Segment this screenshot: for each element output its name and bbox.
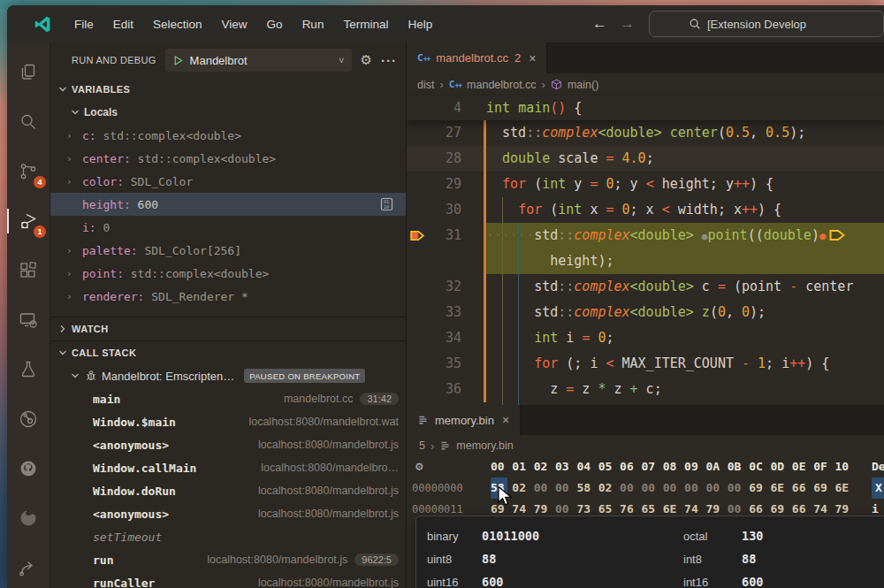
code-line[interactable]: 29 for (int y = 0; y < height; y++) {: [407, 172, 884, 197]
debug-config-name: Mandelbrot: [190, 54, 248, 67]
menu-help[interactable]: Help: [398, 14, 442, 34]
stack-frame-row[interactable]: Window.$mainlocalhost:8080/mandelbrot.wa…: [50, 410, 406, 433]
close-icon[interactable]: ×: [502, 413, 509, 427]
menu-run[interactable]: Run: [293, 14, 334, 34]
live-share-icon[interactable]: [7, 543, 50, 588]
chevron-down-icon: [70, 107, 80, 118]
hex-byte[interactable]: 58: [576, 477, 593, 499]
breadcrumb-5[interactable]: 5: [419, 439, 425, 452]
stack-frame-row[interactable]: <anonymous>localhost:8080/mandelbrot.js: [50, 502, 406, 525]
stack-frame-row[interactable]: mainmandelbrot.cc31:42: [50, 387, 406, 410]
gear-icon[interactable]: ⚙: [361, 52, 372, 68]
variable-row[interactable]: ›point: std::complex<double>: [50, 262, 406, 285]
extensions-icon[interactable]: [7, 246, 50, 295]
menu-file[interactable]: File: [65, 14, 103, 34]
hex-byte[interactable]: 00: [728, 477, 744, 499]
stack-frame-row[interactable]: Window.callMainlocalhost:8080/mandelbro…: [50, 456, 406, 479]
code-line[interactable]: 33 std::complex<double> z(0, 0);: [407, 300, 884, 325]
stack-frame-row[interactable]: setTimeout: [50, 525, 406, 548]
code-line[interactable]: 34 int i = 0;: [407, 325, 884, 351]
explorer-icon[interactable]: [7, 48, 50, 97]
hex-byte[interactable]: 6E: [835, 477, 852, 499]
hex-byte[interactable]: 00: [705, 477, 722, 499]
hex-byte[interactable]: 02: [598, 477, 615, 499]
section-call-stack[interactable]: CALL STACK: [50, 340, 406, 364]
menu-selection[interactable]: Selection: [143, 14, 212, 34]
scope-locals[interactable]: Locals: [50, 101, 406, 124]
hex-byte[interactable]: 00: [620, 477, 636, 499]
section-variables[interactable]: VARIABLES: [50, 78, 406, 101]
stack-frame-row[interactable]: <anonymous>localhost:8080/mandelbrot.js: [50, 433, 406, 456]
menu-view[interactable]: View: [212, 14, 257, 34]
hex-byte[interactable]: 00: [663, 477, 680, 499]
sticky-scroll-line[interactable]: 4 int main() {: [407, 95, 884, 120]
hex-byte[interactable]: 00: [555, 477, 572, 499]
edge-devtools-icon[interactable]: [7, 493, 50, 543]
variable-row[interactable]: ›renderer: SDL_Renderer *: [50, 285, 406, 308]
hex-data-row[interactable]: 00000000580200005802000000000000696E6669…: [407, 477, 884, 499]
more-actions-icon[interactable]: ···: [381, 53, 397, 68]
github-icon[interactable]: [7, 444, 50, 493]
run-debug-icon[interactable]: 1: [7, 196, 50, 246]
binary-view-icon[interactable]: 0110: [380, 197, 393, 214]
stack-frame-row[interactable]: runlocalhost:8080/mandelbrot.js9622:5: [50, 548, 406, 571]
menu-go[interactable]: Go: [257, 14, 293, 34]
menu-edit[interactable]: Edit: [103, 14, 143, 34]
variable-row[interactable]: ›palette: SDL_Color[256]: [50, 239, 406, 262]
code-line[interactable]: 32 std::complex<double> c = (point - cen…: [407, 274, 884, 300]
memory-tab-bar: memory.bin ×: [407, 405, 884, 435]
hex-byte[interactable]: 02: [512, 477, 529, 499]
variable-row[interactable]: ›color: SDL_Color: [50, 170, 406, 193]
breadcrumb-file[interactable]: memory.bin: [456, 439, 513, 452]
hex-byte[interactable]: 6E: [770, 477, 787, 499]
variable-row[interactable]: height: 6000110: [50, 193, 406, 216]
binary-file-icon: [439, 440, 451, 452]
search-text: [Extension Develop: [707, 18, 806, 31]
close-icon[interactable]: ×: [529, 51, 536, 65]
gear-icon[interactable]: ⚙: [415, 459, 423, 473]
search-sidebar-icon[interactable]: [7, 97, 50, 147]
back-arrow-icon[interactable]: ←: [592, 15, 607, 33]
hex-byte[interactable]: 66: [792, 477, 809, 499]
source-control-icon[interactable]: 4: [7, 147, 50, 196]
code-area[interactable]: 27 std::complex<double> center(0.5, 0.5)…: [407, 120, 884, 405]
source-control-badge: 4: [33, 175, 47, 189]
breadcrumb-dist[interactable]: dist: [417, 79, 434, 91]
hex-byte[interactable]: 00: [684, 477, 701, 499]
hex-byte[interactable]: 69: [813, 477, 830, 499]
references-graph-icon[interactable]: [7, 394, 50, 444]
chevron-right-icon: ›: [439, 78, 443, 91]
code-line[interactable]: 28 double scale = 4.0;: [407, 146, 884, 172]
code-line[interactable]: 27 std::complex<double> center(0.5, 0.5)…: [407, 120, 884, 146]
breadcrumb-file[interactable]: mandelbrot.cc: [467, 79, 537, 91]
variable-row[interactable]: i: 0: [50, 216, 406, 239]
stack-frame-row[interactable]: runCallerlocalhost:8080/mandelbrot.js: [50, 571, 406, 588]
remote-explorer-icon[interactable]: [7, 295, 50, 345]
variable-row[interactable]: ›center: std::complex<double>: [50, 147, 406, 170]
variable-row[interactable]: ›c: std::complex<double>: [50, 124, 406, 147]
hex-byte[interactable]: 69: [749, 477, 766, 499]
hex-byte[interactable]: 00: [641, 477, 658, 499]
section-watch[interactable]: WATCH: [50, 317, 406, 340]
command-search-box[interactable]: [Extension Develop: [649, 11, 884, 37]
code-line[interactable]: height);: [407, 248, 884, 274]
tab-count-badge: 2: [514, 51, 521, 65]
code-line[interactable]: 35 for (; i < MAX_ITER_COUNT - 1; i++) {: [407, 351, 884, 377]
forward-arrow-icon[interactable]: →: [620, 15, 635, 33]
cpp-file-icon: C++: [417, 52, 430, 64]
stack-frame-row[interactable]: Window.doRunlocalhost:8080/mandelbrot.js: [50, 479, 406, 502]
hex-byte[interactable]: 00: [534, 477, 551, 499]
breadcrumb-symbol[interactable]: main(): [568, 79, 598, 91]
mouse-cursor: [496, 485, 514, 507]
debug-config-dropdown[interactable]: Mandelbrot ˅: [165, 49, 352, 72]
testing-icon[interactable]: [7, 345, 50, 394]
code-line[interactable]: 36 z = z * z + c;: [407, 377, 884, 402]
code-line[interactable]: 30 for (int x = 0; x < width; x++) {: [407, 197, 884, 223]
tab-mandelbrot-cc[interactable]: C++ mandelbrot.cc 2 ×: [407, 42, 547, 73]
editor-tab-bar: C++ mandelbrot.cc 2 ×: [407, 42, 884, 73]
menu-terminal[interactable]: Terminal: [333, 14, 398, 34]
code-line[interactable]: 31······std::complex<double> ●point((dou…: [407, 223, 884, 248]
tab-memory-bin[interactable]: memory.bin ×: [407, 405, 521, 435]
debug-session-row[interactable]: Mandelbrot: Emscripten… PAUSED ON BREAKP…: [50, 364, 406, 387]
chevron-down-icon: ˅: [339, 55, 344, 65]
